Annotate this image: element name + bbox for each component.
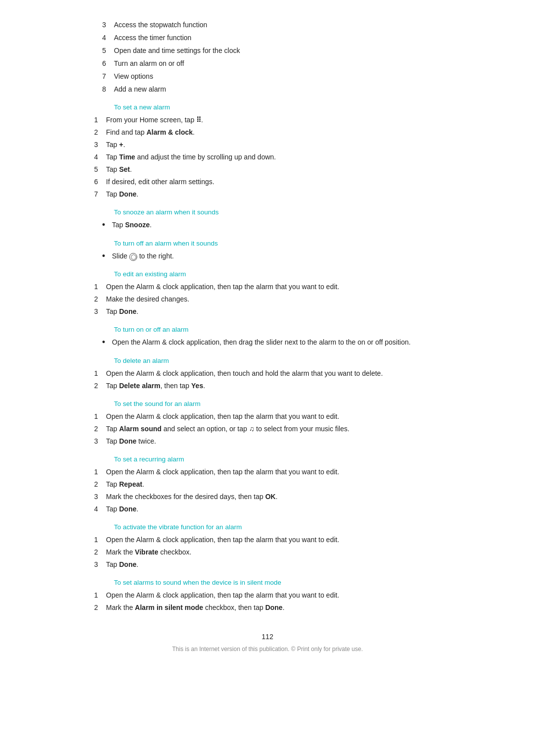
vibrate-alarm-steps: 1Open the Alarm & clock application, the… xyxy=(94,535,441,570)
list-item: 2Make the desired changes. xyxy=(94,294,441,304)
list-item: 4Access the timer function xyxy=(94,33,441,43)
set-alarm-steps: 1From your Home screen, tap ⠿. 2Find and… xyxy=(94,115,441,200)
section-heading-silent: To set alarms to sound when the device i… xyxy=(114,579,441,586)
list-item: 5Tap Set. xyxy=(94,164,441,175)
set-sound-steps: 1Open the Alarm & clock application, the… xyxy=(94,411,441,447)
list-item: 3Mark the checkboxes for the desired day… xyxy=(94,492,441,502)
section-heading-delete: To delete an alarm xyxy=(114,357,441,364)
list-item: 2Tap Delete alarm, then tap Yes. xyxy=(94,381,441,391)
list-item: 1From your Home screen, tap ⠿. xyxy=(94,115,441,125)
list-item: 3Tap Done. xyxy=(94,306,441,317)
list-item: 4Tap Done. xyxy=(94,504,441,514)
section-heading-edit: To edit an existing alarm xyxy=(114,270,441,278)
list-item: 1Open the Alarm & clock application, the… xyxy=(94,282,441,292)
list-item: 2Tap Alarm sound and select an option, o… xyxy=(94,424,441,434)
snooze-bullet: •Tap Snooze. xyxy=(94,220,441,231)
footer-page-number: 112 xyxy=(94,633,441,641)
list-item: 1Open the Alarm & clock application, the… xyxy=(94,535,441,545)
section-heading-set-alarm: To set a new alarm xyxy=(114,103,441,111)
list-item: 1Open the Alarm & clock application, the… xyxy=(94,467,441,477)
footer-note: This is an Internet version of this publ… xyxy=(94,646,441,653)
list-item: 1Open the Alarm & clock application, the… xyxy=(94,590,441,601)
list-item: 3Tap +. xyxy=(94,140,441,150)
list-item: •Open the Alarm & clock application, the… xyxy=(102,337,441,348)
section-heading-turn-on-off: To turn on or off an alarm xyxy=(114,326,441,333)
list-item: 6If desired, edit other alarm settings. xyxy=(94,177,441,187)
page-content: 3Access the stopwatch function 4Access t… xyxy=(94,0,441,756)
list-item: 2Find and tap Alarm & clock. xyxy=(94,127,441,138)
section-heading-sound: To set the sound for an alarm xyxy=(114,400,441,407)
list-item: 1Open the Alarm & clock application, the… xyxy=(94,411,441,422)
section-heading-recurring: To set a recurring alarm xyxy=(114,455,441,463)
list-item: 6Turn an alarm on or off xyxy=(94,58,441,69)
list-item: 7Tap Done. xyxy=(94,189,441,200)
list-item: 3Tap Done. xyxy=(94,559,441,570)
list-item: •Tap Snooze. xyxy=(102,220,441,231)
list-item: 3Access the stopwatch function xyxy=(94,20,441,30)
list-item: 1Open the Alarm & clock application, the… xyxy=(94,368,441,379)
list-item: 2Mark the Vibrate checkbox. xyxy=(94,547,441,557)
section-heading-snooze: To snooze an alarm when it sounds xyxy=(114,208,441,216)
list-item: 2Tap Repeat. xyxy=(94,479,441,490)
list-item: 5Open date and time settings for the clo… xyxy=(94,46,441,56)
list-item: •Slide ◯ to the right. xyxy=(102,251,441,262)
turn-on-off-bullet: •Open the Alarm & clock application, the… xyxy=(94,337,441,348)
list-item: 4Tap Time and adjust the time by scrolli… xyxy=(94,152,441,162)
edit-alarm-steps: 1Open the Alarm & clock application, the… xyxy=(94,282,441,317)
list-item: 7View options xyxy=(94,71,441,82)
section-heading-vibrate: To activate the vibrate function for an … xyxy=(114,523,441,531)
list-item: 2Mark the Alarm in silent mode checkbox,… xyxy=(94,603,441,613)
intro-list: 3Access the stopwatch function 4Access t… xyxy=(94,20,441,95)
alarm-icon: ◯ xyxy=(129,253,137,261)
turn-off-bullet: •Slide ◯ to the right. xyxy=(94,251,441,262)
delete-alarm-steps: 1Open the Alarm & clock application, the… xyxy=(94,368,441,391)
list-item: 8Add a new alarm xyxy=(94,84,441,95)
section-heading-turn-off: To turn off an alarm when it sounds xyxy=(114,240,441,247)
list-item: 3Tap Done twice. xyxy=(94,436,441,447)
silent-alarm-steps: 1Open the Alarm & clock application, the… xyxy=(94,590,441,613)
recurring-alarm-steps: 1Open the Alarm & clock application, the… xyxy=(94,467,441,514)
